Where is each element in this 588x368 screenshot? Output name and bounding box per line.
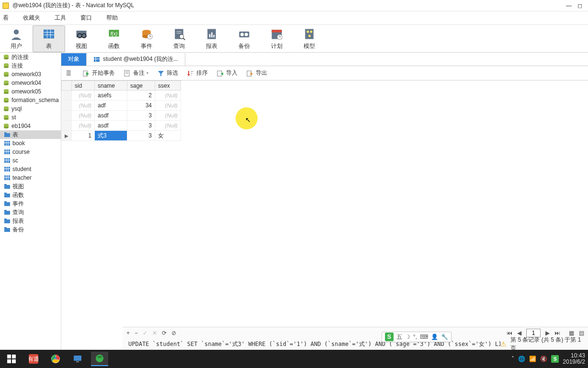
settings-icon[interactable]: 🔧 [441,334,448,340]
cell[interactable]: 2 [127,91,155,101]
ribbon-function[interactable]: f(x) 函数 [98,25,130,52]
first-icon[interactable]: ⏮ [507,330,512,336]
cell[interactable]: (Null) [155,121,181,131]
tree-item[interactable]: 查询 [0,208,61,217]
clock[interactable]: 10:43 2019/6/2 [563,353,585,365]
menu-window[interactable]: 窗口 [79,13,93,23]
cell[interactable]: asdf [95,121,127,131]
tree-item[interactable]: 备份 [0,225,61,234]
add-record-button[interactable]: + [126,330,130,336]
refresh-button[interactable]: ⟳ [162,330,167,336]
tray-ime-icon[interactable]: S [551,355,559,363]
tray-volume-icon[interactable]: 🔇 [540,356,547,362]
tree-item[interactable]: 视图 [0,182,61,191]
cell[interactable]: (Null) [72,101,95,111]
begin-transaction-button[interactable]: 开始事务 [82,69,115,77]
cell[interactable]: (Null) [72,121,95,131]
moon-icon[interactable]: ☽ [405,334,410,340]
cell[interactable]: 女 [155,131,181,141]
comma-icon[interactable]: °, [413,334,417,340]
table-row[interactable]: (Null)asefs2(Null) [62,91,181,101]
cell[interactable]: (Null) [155,91,181,101]
person-icon[interactable]: 👤 [431,334,438,340]
filter-button[interactable]: 筛选 [157,69,178,77]
tree-item[interactable]: 函数 [0,191,61,199]
tab-student[interactable]: student @web1904 (我的连... [87,53,185,66]
cell[interactable]: (Null) [72,91,95,101]
ribbon-backup[interactable]: 备份 [228,25,260,52]
ribbon-view[interactable]: 视图 [65,25,98,52]
import-button[interactable]: 导入 [216,69,237,77]
menu-favorites[interactable]: 收藏夹 [22,13,41,23]
table-row[interactable]: ▶1式33女 [62,131,181,141]
menu-view[interactable]: 看 [2,13,10,23]
cell[interactable]: asdf [95,111,127,121]
table-row[interactable]: (Null)asdf3(Null) [62,111,181,121]
ribbon-schedule[interactable]: 计划 [260,25,293,52]
tree-item[interactable]: sc [0,156,61,165]
ribbon-table[interactable]: 表 [33,25,65,52]
task-app1[interactable]: 有道 [25,352,42,366]
tree-item[interactable]: 事件 [0,199,61,208]
commit-button[interactable]: ✓ [143,330,147,336]
tree-item[interactable]: 的连接 [0,53,61,61]
tree-item[interactable]: 连接 [0,61,61,70]
menu-help[interactable]: 帮助 [105,13,119,23]
grid-view-icon[interactable]: ▦ [569,330,574,336]
ribbon-event[interactable]: 事件 [130,25,163,52]
tree-item[interactable]: omework04 [0,79,61,87]
cell[interactable]: 3 [127,131,155,141]
task-monitor[interactable] [69,352,86,366]
keyboard-icon[interactable]: ⌨ [420,334,428,340]
cell[interactable]: 1 [72,131,95,141]
col-header[interactable]: sage [127,81,155,91]
tree-item[interactable]: 表 [0,130,61,139]
task-chrome[interactable] [47,352,64,366]
ribbon-model[interactable]: 模型 [293,25,326,52]
cell[interactable]: (Null) [155,101,181,111]
next-icon[interactable]: ▶ [545,330,550,336]
tree-item[interactable]: eb1904 [0,122,61,130]
col-header[interactable]: ssex [155,81,181,91]
delete-record-button[interactable]: − [135,330,138,336]
prev-icon[interactable]: ◀ [517,330,521,336]
tree-item[interactable]: course [0,148,61,156]
form-view-icon[interactable]: ▤ [579,330,584,336]
sort-button[interactable]: 排序 [187,69,208,77]
tree-item[interactable]: 报表 [0,217,61,225]
ribbon-report[interactable]: 报表 [195,25,228,52]
menu-tools[interactable]: 工具 [54,13,67,23]
cell[interactable]: 式3 [95,131,127,141]
cell[interactable]: 3 [127,111,155,121]
maximize-icon[interactable]: ◻ [577,2,582,9]
cell[interactable]: (Null) [155,111,181,121]
tree-item[interactable]: omework05 [0,87,61,96]
col-header[interactable]: sname [95,81,127,91]
tray-network-icon[interactable]: 🌐 [518,356,525,362]
tray-wifi-icon[interactable]: 📶 [529,356,536,362]
tab-objects[interactable]: 对象 [61,53,87,66]
hamburger-button[interactable]: ☰ [66,69,74,77]
note-button[interactable]: 备注 ▾ [124,69,148,77]
table-row[interactable]: (Null)asdf3(Null) [62,121,181,131]
cell[interactable]: 3 [127,121,155,131]
cancel-button[interactable]: ✕ [152,330,157,336]
export-button[interactable]: 导出 [246,69,267,77]
cell[interactable]: 34 [127,101,155,111]
minimize-icon[interactable]: — [566,2,572,9]
col-header[interactable]: sid [72,81,95,91]
tray-arrow-icon[interactable]: ˄ [511,356,514,362]
last-icon[interactable]: ⏭ [554,330,560,336]
tree-item[interactable]: book [0,139,61,148]
cell[interactable]: asefs [95,91,127,101]
ime-toolbar[interactable]: S 五 ☽ °, ⌨ 👤 🔧 [382,332,452,342]
table-row[interactable]: (Null)adf34(Null) [62,101,181,111]
stop-button[interactable]: ⊘ [171,330,176,336]
data-table[interactable]: sidsnamesagessex(Null)asefs2(Null)(Null)… [61,80,181,141]
tree-item[interactable]: ysql [0,104,61,113]
ribbon-query[interactable]: 查询 [163,25,195,52]
tree-item[interactable]: student [0,165,61,173]
cell[interactable]: adf [95,101,127,111]
start-button[interactable] [3,352,20,366]
task-navicat[interactable] [91,352,108,366]
